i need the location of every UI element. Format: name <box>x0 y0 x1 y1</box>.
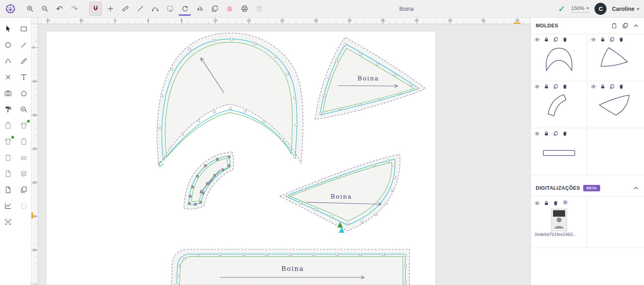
duplicate-icon[interactable] <box>553 131 558 136</box>
tool-fabric-stack[interactable] <box>17 167 31 180</box>
vertical-ruler: 5 10 15 20 25 30 35 <box>31 24 38 285</box>
mold-thumbnail-crescent[interactable] <box>535 89 583 123</box>
piece-band[interactable]: Boina <box>171 249 409 285</box>
mold-thumbnail-band[interactable] <box>535 136 583 170</box>
snap-magnet-button[interactable] <box>89 2 101 16</box>
digitization-item[interactable]: 2ede6d7b1fee2460... <box>531 197 587 248</box>
mold-item[interactable] <box>531 34 587 81</box>
bezier-tool-button[interactable] <box>149 2 161 16</box>
mold-thumbnail-wedge-2[interactable] <box>591 89 640 123</box>
zoom-out-button[interactable] <box>39 2 51 16</box>
redo-button[interactable]: ↷ <box>68 2 80 16</box>
undo-button[interactable]: ↶ <box>54 2 66 16</box>
lasso-select-button[interactable] <box>164 2 176 16</box>
tool-rectangle[interactable] <box>17 22 31 36</box>
tool-pattern-sheet[interactable] <box>1 167 15 180</box>
lock-icon[interactable] <box>544 131 549 136</box>
tank-top-icon <box>20 137 28 146</box>
lock-icon[interactable] <box>544 201 549 206</box>
duplicate-button[interactable] <box>208 2 221 16</box>
tool-garment-shirt[interactable] <box>17 119 31 132</box>
tool-garment-pile[interactable] <box>17 151 31 164</box>
user-avatar[interactable]: C <box>594 3 607 15</box>
trash-icon[interactable] <box>562 37 568 42</box>
mold-item[interactable] <box>531 81 587 128</box>
trash-icon[interactable] <box>619 84 624 89</box>
visibility-icon[interactable] <box>535 201 540 206</box>
tool-chart[interactable] <box>1 199 15 213</box>
trash-icon[interactable] <box>619 37 624 42</box>
collapse-moldes-icon[interactable] <box>633 23 639 29</box>
mold-item[interactable] <box>587 34 644 81</box>
caret-down-icon: ▾ <box>586 6 589 11</box>
visibility-icon[interactable] <box>591 37 596 42</box>
duplicate-icon[interactable] <box>609 84 615 89</box>
ruler-tool-button[interactable] <box>119 2 131 16</box>
visibility-icon[interactable] <box>591 84 596 89</box>
add-point-button[interactable] <box>104 2 116 16</box>
blob-icon <box>20 89 28 97</box>
pattern-canvas[interactable]: Boina Boina Boina <box>38 24 530 285</box>
lock-icon[interactable] <box>600 84 605 89</box>
tool-file[interactable] <box>1 183 15 197</box>
mold-item[interactable] <box>587 81 644 128</box>
trash-icon[interactable] <box>562 84 568 89</box>
tool-garment-tank-2[interactable] <box>17 135 31 148</box>
zoom-level-value: 150% <box>571 5 584 11</box>
mirror-tool-button[interactable] <box>194 2 206 16</box>
settings-gear-icon[interactable] <box>562 199 568 205</box>
delete-button[interactable] <box>253 2 265 16</box>
mold-item[interactable] <box>531 128 587 175</box>
digitization-thumbnail[interactable] <box>551 209 567 231</box>
tool-scan[interactable] <box>1 215 15 229</box>
duplicate-icon[interactable] <box>553 37 558 42</box>
visibility-icon[interactable] <box>535 37 540 42</box>
tool-image[interactable] <box>1 86 15 100</box>
hruler-number: 0 <box>147 18 149 23</box>
zoom-in-button[interactable] <box>24 2 36 16</box>
tool-shape[interactable] <box>17 86 31 100</box>
trash-icon[interactable] <box>553 201 558 206</box>
rotate-tool-button[interactable] <box>179 2 191 16</box>
tool-measure[interactable] <box>17 103 31 116</box>
tool-delete-point[interactable] <box>1 70 15 84</box>
hruler-number: -10 <box>78 18 84 23</box>
ghost-icon <box>226 5 233 12</box>
user-menu[interactable]: Caroline ▾ <box>612 6 639 12</box>
ghost-mode-button[interactable] <box>223 2 235 16</box>
topbar: ↶ ↷ Boina ✓ 150% ▾ C Caroline ▾ <box>0 0 644 18</box>
app-logo-icon[interactable] <box>4 2 17 15</box>
pattern-sheet-icon <box>4 170 12 178</box>
collapse-digitalizacoes-icon[interactable] <box>633 185 639 191</box>
undo-icon: ↶ <box>56 5 63 13</box>
piece-label: Boina <box>330 193 352 200</box>
tool-text[interactable] <box>17 70 31 84</box>
zoom-level-control[interactable]: 150% ▾ <box>570 5 590 13</box>
tool-curve[interactable] <box>1 54 15 68</box>
garment-icon[interactable] <box>611 23 617 29</box>
trash-icon[interactable] <box>562 131 568 136</box>
tool-circle[interactable] <box>1 38 15 52</box>
lock-icon[interactable] <box>544 37 549 42</box>
duplicate-icon[interactable] <box>553 84 558 89</box>
tool-select[interactable] <box>1 22 15 36</box>
tool-fill[interactable] <box>1 103 15 116</box>
pencil-icon <box>20 57 28 65</box>
lock-icon[interactable] <box>600 37 605 42</box>
mold-thumbnail-wedge[interactable] <box>591 42 640 76</box>
lock-icon[interactable] <box>544 84 549 89</box>
copy-all-icon[interactable] <box>622 23 628 29</box>
tool-garment-shirt-2[interactable] <box>1 135 15 148</box>
duplicate-icon[interactable] <box>609 37 615 42</box>
tool-line[interactable] <box>17 38 31 52</box>
print-button[interactable] <box>238 2 250 16</box>
tool-pencil[interactable] <box>17 54 31 68</box>
french-curve-button[interactable] <box>134 2 146 16</box>
mold-thumbnail-dome[interactable] <box>535 42 583 76</box>
visibility-icon[interactable] <box>535 131 540 136</box>
visibility-icon[interactable] <box>535 84 540 89</box>
tool-garment-tank[interactable] <box>1 119 15 132</box>
tool-garment-front[interactable] <box>1 151 15 164</box>
tool-palette <box>0 18 31 285</box>
tool-copy[interactable] <box>17 183 31 197</box>
